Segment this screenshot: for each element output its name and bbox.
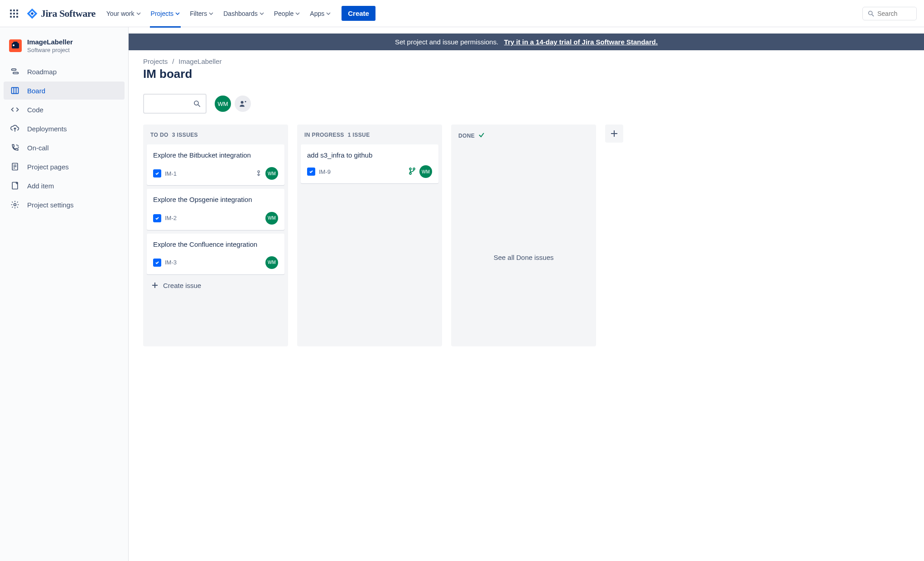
add-page-icon (10, 181, 20, 190)
task-type-icon (153, 259, 161, 267)
issue-key: IM-9 (319, 168, 331, 175)
chevron-down-icon (136, 11, 141, 16)
global-search[interactable] (862, 7, 917, 20)
nav-apps[interactable]: Apps (305, 6, 335, 21)
add-column-button[interactable] (605, 125, 623, 143)
see-all-done-link[interactable]: See all Done issues (494, 254, 554, 261)
jira-logo[interactable]: Jira Software (26, 8, 96, 19)
card-title: Explore the Opsgenie integration (153, 195, 278, 204)
sidebar-item-oncall[interactable]: On-call (4, 139, 125, 157)
sidebar-item-label: Add item (27, 182, 54, 190)
app-switcher-icon[interactable] (5, 5, 23, 22)
nav-people[interactable]: People (270, 6, 305, 21)
nav-dashboards-label: Dashboards (223, 10, 258, 17)
plus-icon (151, 282, 159, 289)
nav-apps-label: Apps (310, 10, 324, 17)
sidebar-item-deployments[interactable]: Deployments (4, 120, 125, 138)
main-content: Set project and issue permissions. Try i… (129, 27, 924, 561)
assignee-avatar: WM (265, 256, 278, 269)
svg-point-9 (18, 145, 18, 146)
done-column-body: See all Done issues (455, 146, 592, 342)
svg-point-18 (14, 204, 16, 206)
sidebar-item-label: Code (27, 106, 43, 114)
chevron-down-icon (326, 11, 331, 16)
issue-card[interactable]: Explore the Opsgenie integration IM-2 WM (147, 189, 284, 230)
board-search[interactable] (143, 94, 207, 114)
chevron-down-icon (295, 11, 300, 16)
banner-link[interactable]: Try it in a 14-day trial of Jira Softwar… (504, 38, 658, 46)
board-columns: TO DO 3 ISSUES Explore the Bitbucket int… (143, 125, 924, 346)
svg-point-28 (409, 168, 411, 170)
card-title: Explore the Confluence integration (153, 240, 278, 249)
issue-card[interactable]: Explore the Confluence integration IM-3 … (147, 234, 284, 274)
gear-icon (10, 200, 20, 209)
column-header[interactable]: IN PROGRESS 1 ISSUE (301, 132, 438, 144)
sidebar-item-label: Project pages (27, 163, 69, 171)
top-navigation: Jira Software Your work Projects Filters… (0, 0, 924, 27)
svg-point-24 (258, 171, 260, 173)
sidebar-item-project-pages[interactable]: Project pages (4, 158, 125, 176)
column-count: 1 ISSUE (348, 132, 370, 138)
svg-rect-4 (12, 87, 19, 93)
issue-key: IM-2 (165, 215, 177, 221)
card-title: add s3_infra to github (307, 151, 432, 160)
sidebar-item-board[interactable]: Board (4, 82, 125, 100)
user-avatar[interactable]: WM (215, 96, 231, 112)
breadcrumb-current[interactable]: ImageLabeller (178, 58, 221, 65)
column-done: DONE See all Done issues (451, 125, 596, 346)
project-name: ImageLabeller (27, 38, 73, 46)
task-type-icon (153, 214, 161, 222)
chevron-down-icon (209, 11, 213, 16)
issue-card[interactable]: Explore the Bitbucket integration IM-1 W… (147, 144, 284, 185)
breadcrumbs: Projects / ImageLabeller (143, 58, 924, 65)
sidebar-item-settings[interactable]: Project settings (4, 196, 125, 214)
breadcrumb-separator: / (172, 58, 174, 65)
create-button[interactable]: Create (342, 6, 375, 21)
svg-point-30 (409, 173, 411, 174)
global-search-input[interactable] (877, 10, 912, 17)
sidebar-item-code[interactable]: Code (4, 101, 125, 119)
svg-rect-3 (13, 72, 19, 74)
top-nav-right (862, 7, 917, 20)
column-header[interactable]: DONE (455, 132, 592, 146)
issue-card[interactable]: add s3_infra to github IM-9 WM (301, 144, 438, 183)
column-todo: TO DO 3 ISSUES Explore the Bitbucket int… (143, 125, 288, 346)
phone-icon (10, 143, 20, 152)
nav-your-work[interactable]: Your work (102, 6, 145, 21)
issue-key: IM-1 (165, 170, 177, 177)
sidebar-item-add[interactable]: Add item (4, 177, 125, 195)
add-people-button[interactable] (235, 96, 251, 112)
sidebar-nav: Roadmap Board Code Deployments On-call P… (4, 62, 125, 214)
jira-logo-icon (26, 8, 38, 19)
column-header[interactable]: TO DO 3 ISSUES (147, 132, 284, 144)
assignee-avatar: WM (265, 167, 278, 180)
primary-nav: Your work Projects Filters Dashboards Pe… (102, 6, 375, 21)
nav-projects[interactable]: Projects (146, 6, 185, 21)
search-icon (193, 100, 201, 108)
nav-dashboards[interactable]: Dashboards (219, 6, 269, 21)
project-sidebar: ImageLabeller Software project Roadmap B… (0, 27, 129, 561)
card-title: Explore the Bitbucket integration (153, 151, 278, 160)
breadcrumb-projects[interactable]: Projects (143, 58, 168, 65)
board-toolbar: WM (143, 94, 924, 114)
svg-point-21 (241, 101, 244, 104)
assignee-avatar: WM (419, 165, 432, 178)
sidebar-item-roadmap[interactable]: Roadmap (4, 62, 125, 81)
column-name: IN PROGRESS (304, 132, 344, 138)
task-type-icon (307, 168, 315, 176)
column-name: TO DO (150, 132, 168, 138)
nav-filters[interactable]: Filters (185, 6, 218, 21)
svg-rect-2 (12, 69, 16, 70)
sidebar-item-label: Board (27, 87, 45, 95)
nav-projects-label: Projects (151, 10, 174, 17)
sidebar-item-label: Project settings (27, 201, 74, 209)
create-issue-button[interactable]: Create issue (147, 276, 284, 291)
nav-your-work-label: Your work (106, 10, 135, 17)
chevron-down-icon (175, 11, 180, 16)
board-icon (10, 86, 20, 95)
sidebar-item-label: Deployments (27, 125, 67, 133)
project-header[interactable]: ImageLabeller Software project (4, 38, 125, 62)
svg-line-1 (872, 14, 874, 16)
roadmap-icon (10, 67, 20, 76)
chevron-down-icon (260, 11, 264, 16)
